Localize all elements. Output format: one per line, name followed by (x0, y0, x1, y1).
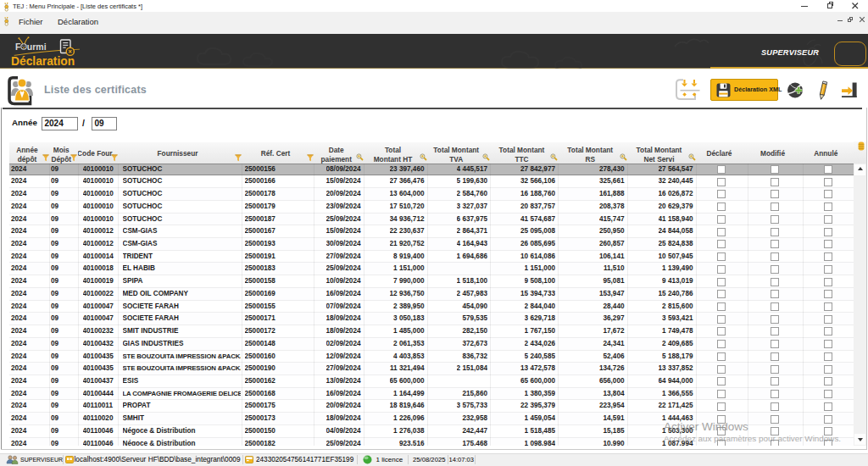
svg-text:Déclaration: Déclaration (11, 55, 75, 68)
svg-text:urmi: urmi (27, 42, 47, 52)
svg-text:F: F (15, 42, 21, 52)
